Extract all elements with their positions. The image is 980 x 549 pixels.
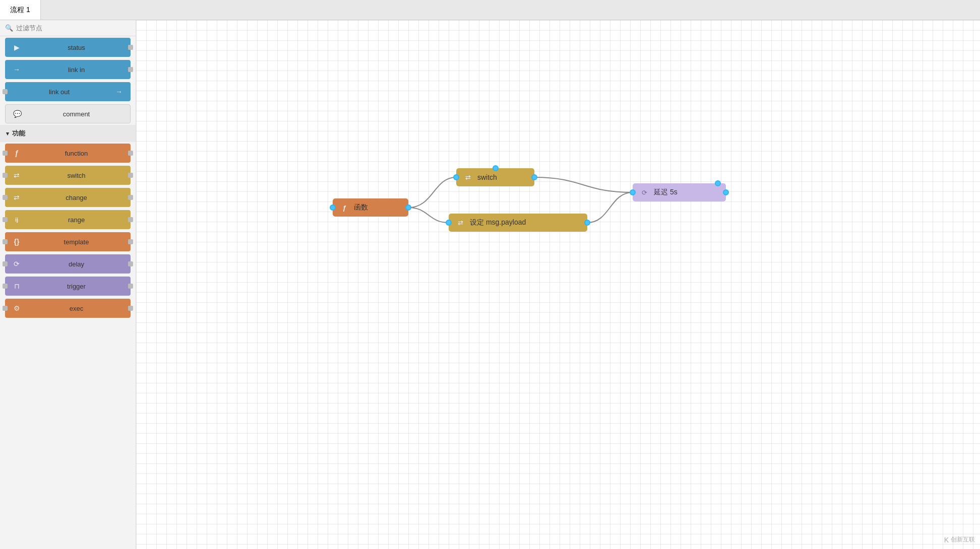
sheding-right-port bbox=[584, 220, 590, 226]
watermark-icon: K bbox=[944, 536, 949, 544]
yanchi-left-port bbox=[630, 189, 636, 195]
section-header-functions[interactable]: ▾ 功能 bbox=[0, 125, 136, 142]
sidebar-node-switch[interactable]: ⇄ switch bbox=[5, 166, 131, 185]
template-left-port bbox=[3, 239, 8, 244]
status-icon: ▶ bbox=[10, 41, 23, 54]
change-left-port bbox=[3, 195, 8, 200]
comment-label: comment bbox=[28, 110, 125, 118]
yanchi-right-port bbox=[723, 189, 729, 195]
function-icon: ƒ bbox=[10, 147, 23, 160]
sidebar-node-change[interactable]: ⇄ change bbox=[5, 188, 131, 207]
sidebar-node-template[interactable]: {} template bbox=[5, 232, 131, 251]
watermark-text: 创新互联 bbox=[951, 535, 975, 544]
switch-canvas-label: switch bbox=[477, 173, 497, 181]
linkin-right-port bbox=[128, 67, 133, 72]
trigger-right-port bbox=[128, 284, 133, 289]
trigger-label: trigger bbox=[27, 283, 126, 290]
switch-left-port bbox=[453, 174, 459, 180]
sidebar-node-exec[interactable]: ⚙ exec bbox=[5, 299, 131, 318]
template-right-port bbox=[128, 239, 133, 244]
status-right-port bbox=[128, 45, 133, 50]
switch-canvas-icon: ⇄ bbox=[462, 172, 473, 183]
linkin-label: link in bbox=[27, 66, 126, 74]
hanshu-left-port bbox=[330, 204, 336, 211]
change-icon: ⇄ bbox=[10, 191, 23, 204]
delay-label: delay bbox=[27, 260, 126, 268]
range-left-port bbox=[3, 217, 8, 222]
exec-left-port bbox=[3, 306, 8, 311]
yanchi-top-port bbox=[715, 180, 721, 186]
switch-right-port bbox=[128, 173, 133, 178]
sidebar-node-range[interactable]: ij range bbox=[5, 210, 131, 229]
main-area: 🔍 ▶ status → link in bbox=[0, 20, 980, 549]
yanchi-icon: ⟳ bbox=[639, 187, 650, 198]
trigger-left-port bbox=[3, 284, 8, 289]
switch-right-port bbox=[531, 174, 537, 180]
canvas-node-hanshu[interactable]: ƒ 函数 bbox=[333, 198, 408, 217]
function-label: function bbox=[27, 150, 126, 157]
exec-right-port bbox=[128, 306, 133, 311]
search-input[interactable] bbox=[16, 24, 131, 32]
hanshu-right-port bbox=[405, 204, 411, 211]
exec-icon: ⚙ bbox=[10, 302, 23, 315]
template-label: template bbox=[27, 238, 126, 246]
watermark: K 创新互联 bbox=[944, 535, 975, 544]
sidebar: 🔍 ▶ status → link in bbox=[0, 20, 136, 549]
trigger-icon: ⊓ bbox=[10, 280, 23, 293]
sidebar-node-comment[interactable]: 💬 comment bbox=[5, 104, 131, 123]
status-label: status bbox=[27, 44, 126, 51]
tab-bar: 流程 1 bbox=[0, 0, 980, 20]
search-bar: 🔍 bbox=[0, 20, 136, 36]
change-label: change bbox=[27, 194, 126, 201]
range-label: range bbox=[27, 216, 126, 224]
switch-top-port bbox=[493, 165, 499, 171]
search-icon: 🔍 bbox=[5, 24, 13, 32]
comment-icon: 💬 bbox=[11, 107, 24, 120]
linkin-icon: → bbox=[10, 63, 23, 76]
yanchi-label: 延迟 5s bbox=[654, 188, 678, 197]
linkout-left-port bbox=[3, 89, 8, 94]
change-right-port bbox=[128, 195, 133, 200]
sidebar-node-linkin[interactable]: → link in bbox=[5, 60, 131, 79]
canvas-node-switch[interactable]: ⇄ switch bbox=[456, 168, 534, 186]
canvas-node-yanchi[interactable]: ⟳ 延迟 5s bbox=[633, 183, 726, 201]
template-icon: {} bbox=[10, 235, 23, 248]
sidebar-node-delay[interactable]: ⟳ delay bbox=[5, 254, 131, 273]
section-arrow-icon: ▾ bbox=[6, 130, 9, 137]
connections-svg bbox=[136, 20, 980, 549]
hanshu-label: 函数 bbox=[354, 203, 368, 212]
canvas[interactable]: ƒ 函数 ⇄ switch ⇄ 设定 msg.payload ⟳ 延迟 5s bbox=[136, 20, 980, 549]
range-right-port bbox=[128, 217, 133, 222]
linkout-icon: → bbox=[112, 85, 126, 98]
canvas-node-sheding[interactable]: ⇄ 设定 msg.payload bbox=[449, 214, 587, 232]
delay-left-port bbox=[3, 261, 8, 266]
function-left-port bbox=[3, 151, 8, 156]
switch-icon: ⇄ bbox=[10, 169, 23, 182]
range-icon: ij bbox=[10, 213, 23, 226]
sheding-icon: ⇄ bbox=[455, 217, 466, 228]
function-right-port bbox=[128, 151, 133, 156]
sidebar-node-function[interactable]: ƒ function bbox=[5, 144, 131, 163]
tab-flow1[interactable]: 流程 1 bbox=[0, 0, 41, 20]
sheding-label: 设定 msg.payload bbox=[470, 218, 526, 227]
hanshu-icon: ƒ bbox=[339, 202, 350, 213]
sheding-left-port bbox=[446, 220, 452, 226]
exec-label: exec bbox=[27, 305, 126, 312]
section-label: 功能 bbox=[12, 129, 25, 138]
delay-icon: ⟳ bbox=[10, 257, 23, 270]
linkout-label: link out bbox=[10, 88, 108, 96]
sidebar-node-status[interactable]: ▶ status bbox=[5, 38, 131, 57]
switch-label: switch bbox=[27, 172, 126, 179]
delay-right-port bbox=[128, 261, 133, 266]
sidebar-node-trigger[interactable]: ⊓ trigger bbox=[5, 277, 131, 296]
sidebar-node-linkout[interactable]: link out → bbox=[5, 82, 131, 101]
switch-left-port bbox=[3, 173, 8, 178]
